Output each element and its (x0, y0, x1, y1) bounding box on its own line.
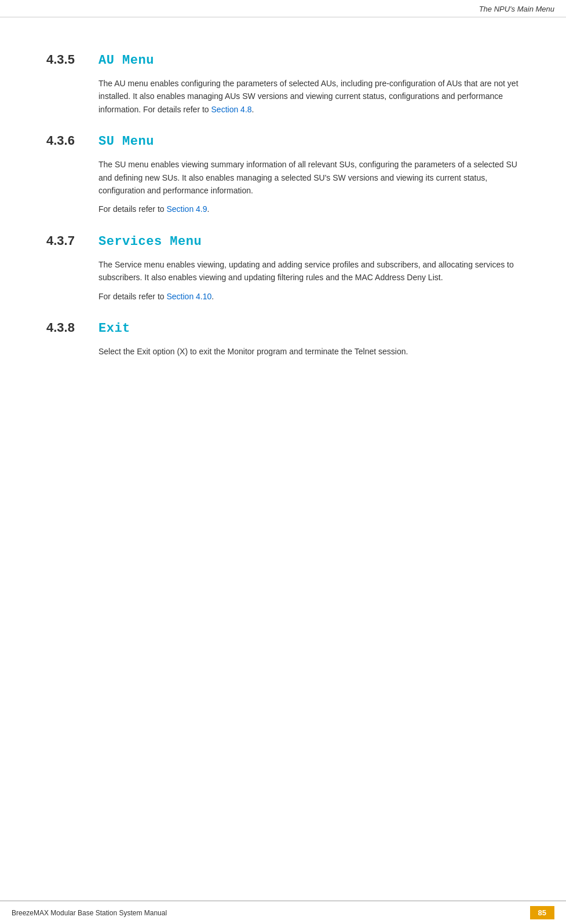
section-436-para-1: The SU menu enables viewing summary info… (98, 158, 520, 197)
page-footer: BreezeMAX Modular Base Station System Ma… (0, 900, 566, 924)
section-438-title: Exit (98, 321, 130, 336)
section-435-heading: 4.3.5 AU Menu (46, 52, 520, 68)
section-437-para-2: For details refer to Section 4.10. (98, 290, 520, 303)
section-435-number: 4.3.5 (46, 52, 98, 67)
main-content: 4.3.5 AU Menu The AU menu enables config… (0, 17, 566, 411)
section-49-link[interactable]: Section 4.9 (167, 204, 207, 214)
footer-page-number: 85 (530, 906, 554, 919)
section-437-para-1: The Service menu enables viewing, updati… (98, 258, 520, 284)
section-437-body: The Service menu enables viewing, updati… (98, 258, 520, 303)
page-header: The NPU's Main Menu (0, 0, 566, 17)
section-438-heading: 4.3.8 Exit (46, 320, 520, 336)
section-436-heading: 4.3.6 SU Menu (46, 133, 520, 149)
page-container: The NPU's Main Menu 4.3.5 AU Menu The AU… (0, 0, 566, 924)
section-48-link[interactable]: Section 4.8 (211, 105, 252, 114)
section-435-para-1: The AU menu enables configuring the para… (98, 77, 520, 116)
section-435-body: The AU menu enables configuring the para… (98, 77, 520, 116)
footer-page-number-wrapper: 85 (530, 906, 554, 919)
footer-manual-title: BreezeMAX Modular Base Station System Ma… (12, 909, 167, 917)
section-410-link[interactable]: Section 4.10 (167, 292, 212, 301)
header-title: The NPU's Main Menu (479, 5, 554, 13)
section-436-title: SU Menu (98, 134, 154, 149)
section-437-heading: 4.3.7 Services Menu (46, 233, 520, 249)
section-436-body: The SU menu enables viewing summary info… (98, 158, 520, 216)
section-437-title: Services Menu (98, 234, 202, 249)
section-437-number: 4.3.7 (46, 233, 98, 248)
section-438-para-1: Select the Exit option (X) to exit the M… (98, 345, 520, 358)
section-436-number: 4.3.6 (46, 133, 98, 148)
section-438-number: 4.3.8 (46, 320, 98, 335)
section-438-body: Select the Exit option (X) to exit the M… (98, 345, 520, 358)
section-436-para-2: For details refer to Section 4.9. (98, 203, 520, 215)
section-435-title: AU Menu (98, 53, 154, 68)
